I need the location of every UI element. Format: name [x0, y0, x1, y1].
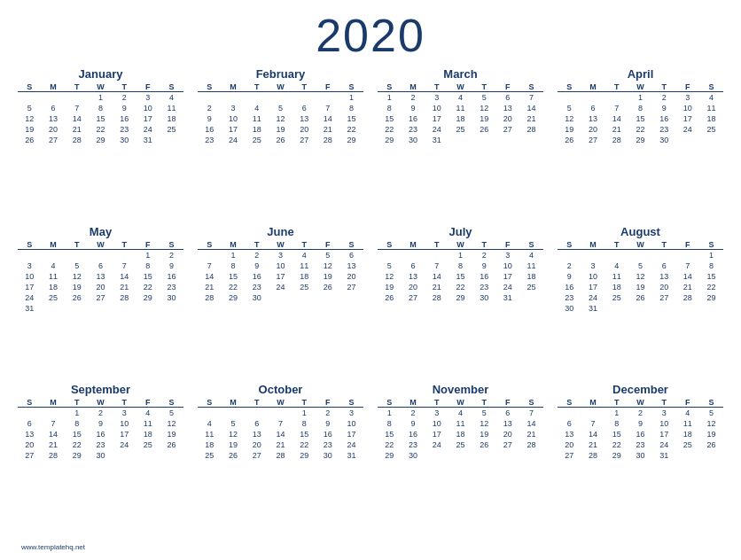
day-cell	[18, 408, 42, 419]
day-cell: 3	[113, 408, 136, 419]
day-cell: 23	[198, 135, 222, 145]
day-cell: 6	[402, 261, 425, 271]
day-cell	[316, 92, 340, 104]
day-cell	[604, 303, 628, 314]
day-cell: 4	[519, 250, 543, 261]
day-header: T	[292, 82, 316, 92]
day-header: W	[89, 240, 113, 250]
day-cell: 17	[339, 429, 363, 439]
day-cell: 5	[558, 103, 581, 113]
day-cell: 10	[136, 103, 160, 113]
day-cell: 18	[292, 271, 316, 282]
day-cell: 18	[604, 282, 628, 292]
day-cell: 24	[425, 124, 448, 135]
day-header: T	[65, 240, 89, 250]
day-header: T	[604, 398, 628, 408]
table-row: 123	[198, 408, 363, 419]
day-cell: 7	[425, 261, 448, 271]
day-cell: 29	[339, 135, 363, 145]
day-cell: 8	[699, 261, 723, 271]
day-cell: 3	[425, 92, 448, 104]
day-cell: 7	[519, 408, 543, 419]
day-cell: 25	[160, 124, 183, 135]
day-cell: 28	[676, 292, 700, 303]
day-cell: 5	[222, 418, 246, 429]
day-cell: 15	[339, 113, 363, 124]
day-cell	[676, 135, 700, 145]
day-cell: 18	[448, 113, 472, 124]
day-cell: 11	[292, 261, 316, 271]
day-cell: 29	[89, 135, 113, 145]
day-cell	[18, 92, 42, 104]
day-cell: 15	[378, 429, 402, 439]
day-cell: 8	[628, 103, 652, 113]
day-cell: 31	[136, 135, 160, 145]
day-cell: 14	[113, 271, 136, 282]
day-cell: 2	[198, 103, 222, 113]
month-block-november: NovemberSMTWTFS1234567891011121314151617…	[378, 383, 543, 533]
day-cell: 10	[652, 418, 676, 429]
day-cell: 4	[292, 250, 316, 261]
day-cell	[245, 408, 269, 419]
day-cell: 30	[245, 292, 269, 303]
day-cell	[448, 135, 472, 145]
day-cell: 8	[222, 261, 246, 271]
table-row: 1234567	[378, 408, 543, 419]
day-header: T	[292, 240, 316, 250]
day-cell: 13	[558, 429, 581, 439]
day-cell: 16	[472, 271, 496, 282]
table-row: 22232425262728	[378, 124, 543, 135]
day-cell: 23	[89, 439, 113, 450]
day-header: F	[496, 398, 520, 408]
day-cell: 24	[222, 135, 246, 145]
day-cell: 19	[222, 439, 246, 450]
day-cell	[628, 303, 652, 314]
table-row: 123456	[198, 250, 363, 261]
day-cell: 20	[496, 429, 520, 439]
table-row: 1234	[378, 250, 543, 261]
day-cell: 2	[316, 408, 340, 419]
table-row: 1234567	[378, 92, 543, 104]
day-cell: 11	[448, 103, 472, 113]
day-cell: 3	[222, 103, 246, 113]
table-row: 17181920212223	[18, 282, 183, 292]
day-header: S	[699, 398, 723, 408]
day-cell: 26	[699, 439, 723, 450]
day-header: W	[448, 398, 472, 408]
day-cell: 30	[316, 450, 340, 461]
day-cell: 7	[316, 103, 340, 113]
day-cell: 13	[18, 429, 42, 439]
day-cell	[448, 450, 472, 461]
day-cell: 7	[65, 103, 89, 113]
day-cell: 14	[425, 271, 448, 282]
day-header: T	[604, 240, 628, 250]
table-row: 22232425262728	[378, 439, 543, 450]
day-cell	[519, 450, 543, 461]
day-cell: 25	[448, 439, 472, 450]
day-cell: 8	[378, 103, 402, 113]
day-cell	[292, 292, 316, 303]
day-cell: 6	[558, 418, 581, 429]
day-cell: 21	[65, 124, 89, 135]
day-cell: 5	[628, 261, 652, 271]
day-cell: 27	[558, 450, 581, 461]
day-cell: 5	[699, 408, 723, 419]
day-header: F	[136, 398, 160, 408]
day-header: T	[292, 398, 316, 408]
day-cell: 18	[676, 429, 700, 439]
day-cell	[160, 135, 183, 145]
day-cell	[699, 303, 723, 314]
month-name-august: August	[558, 225, 723, 238]
day-cell: 2	[402, 408, 425, 419]
day-cell: 2	[89, 408, 113, 419]
table-row: 567891011	[378, 261, 543, 271]
day-cell	[160, 303, 183, 314]
day-cell: 22	[292, 439, 316, 450]
day-cell: 27	[496, 439, 520, 450]
footer: www.templatehq.net	[18, 537, 723, 553]
month-block-october: OctoberSMTWTFS12345678910111213141516171…	[198, 383, 363, 533]
day-header: M	[42, 398, 66, 408]
day-cell	[604, 92, 628, 104]
day-cell	[628, 250, 652, 261]
day-cell: 28	[425, 292, 448, 303]
